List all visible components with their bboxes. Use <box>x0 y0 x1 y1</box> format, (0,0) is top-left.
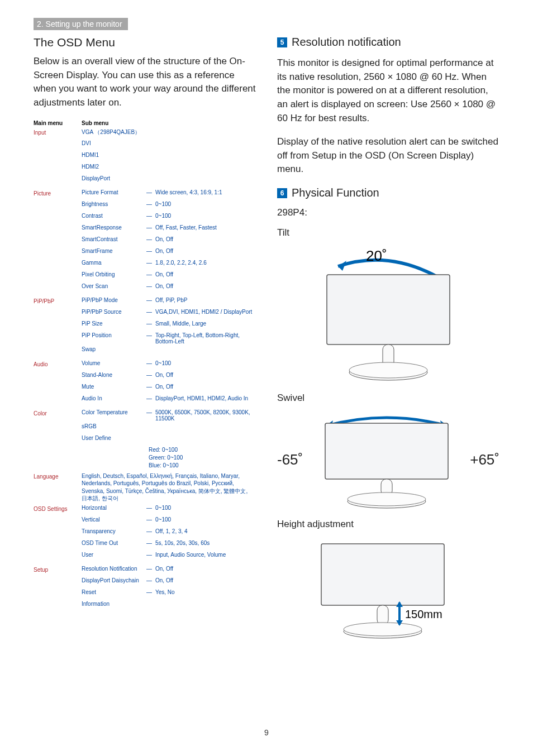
badge-5: 5 <box>277 37 287 47</box>
tree-dash: — <box>143 372 155 378</box>
tree-value: DisplayPort, HDMI1, HDMI2, Audio In <box>155 395 257 401</box>
tree-main-item: PiP/PbP <box>34 298 82 304</box>
tree-dash: — <box>143 309 155 315</box>
sub-menu-header: Sub menu <box>82 120 108 126</box>
tree-sub-item: HDMI2 <box>82 164 143 170</box>
tree-sub-item: Swap <box>82 346 143 352</box>
tree-dash: — <box>143 248 155 254</box>
main-menu-header: Main menu <box>34 120 82 126</box>
tree-sub-item: Transparency <box>82 528 143 534</box>
tree-value: On, Off <box>155 271 257 277</box>
tree-sub-item: DisplayPort Daisychain <box>82 577 143 583</box>
tree-main-item: OSD Settings <box>34 506 82 512</box>
swivel-diagram <box>314 409 459 510</box>
right-column: 5 Resolution notification This monitor i… <box>277 30 499 642</box>
tree-value: VGA,DVI, HDMI1, HDMI2 / DisplayPort <box>155 309 257 315</box>
tree-sub-item: Information <box>82 601 143 607</box>
osd-menu-title: The OSD Menu <box>34 36 257 49</box>
tree-dash: — <box>143 589 155 595</box>
tree-dash: — <box>143 236 155 242</box>
badge-6: 6 <box>277 188 287 198</box>
svg-rect-8 <box>325 423 448 479</box>
tree-sub-item: PiP/PbP Mode <box>82 297 143 303</box>
tree-dash: — <box>143 224 155 231</box>
tree-sub-item: Contrast <box>82 213 143 219</box>
tree-sub-item: Audio In <box>82 395 143 401</box>
tree-sub-item: DisplayPort <box>82 175 143 181</box>
tree-dash: — <box>143 189 155 195</box>
tree-main-item: Input <box>34 130 82 136</box>
tree-value: Off, Fast, Faster, Fastest <box>155 224 257 231</box>
tree-child-value: Blue: 0~100 <box>149 462 179 468</box>
model-name: 298P4: <box>277 207 499 218</box>
tree-dash: — <box>143 516 155 523</box>
tree-sub-item: PiP Position <box>82 332 143 338</box>
tree-sub-item: DVI <box>82 140 143 146</box>
osd-tree: InputVGA （298P4QAJEB）DVIHDMI1HDMI2Displa… <box>34 128 257 613</box>
tree-sub-item: User Define <box>82 435 143 441</box>
swivel-left-label: -65˚ <box>277 451 303 468</box>
tree-value: 0~100 <box>155 505 257 511</box>
tree-dash: — <box>143 566 155 572</box>
running-header: 2. Setting up the monitor <box>34 18 128 30</box>
tree-sub-item: Reset <box>82 589 143 595</box>
section-6-title: Physical Function <box>292 186 379 199</box>
tree-value: 0~100 <box>155 201 257 207</box>
tree-sub-item: Vertical <box>82 516 143 523</box>
tree-value: Small, Middle, Large <box>155 320 257 327</box>
tree-sub-item: Color Temperature <box>82 409 143 415</box>
tree-sub-item: sRGB <box>82 423 143 429</box>
tree-value: Off, 1, 2, 3, 4 <box>155 528 257 534</box>
tree-value: On, Off <box>155 236 257 242</box>
section-5-p2: Display of the native resolution alert c… <box>277 135 499 176</box>
tree-child-value: Red: 0~100 <box>149 447 178 453</box>
tree-sub-item: Picture Format <box>82 189 143 195</box>
tree-value: On, Off <box>155 577 257 583</box>
tree-sub-item: HDMI1 <box>82 152 143 158</box>
tree-sub-item: OSD Time Out <box>82 540 143 546</box>
tree-value: On, Off <box>155 384 257 390</box>
tree-value: On, Off <box>155 248 257 254</box>
tree-sub-item: Volume <box>82 360 143 366</box>
tree-dash: — <box>143 283 155 289</box>
tree-sub-item: PiP/PbP Source <box>82 309 143 315</box>
tree-value: Off, PiP, PbP <box>155 297 257 303</box>
swivel-right-label: +65˚ <box>470 451 499 468</box>
tree-dash: — <box>143 320 155 327</box>
osd-intro: Below is an overall view of the structur… <box>34 55 257 110</box>
tree-sub-item: SmartFrame <box>82 248 143 254</box>
svg-rect-13 <box>377 605 388 625</box>
tree-value: 5s, 10s, 20s, 30s, 60s <box>155 540 257 546</box>
tree-child-value: Green: 0~100 <box>149 454 183 461</box>
tree-language-list: English, Deutsch, Español, Ελληνική, Fra… <box>82 472 257 503</box>
tree-dash: — <box>143 505 155 511</box>
svg-rect-12 <box>321 544 444 605</box>
tree-value: On, Off <box>155 283 257 289</box>
tilt-back-label: 20˚ <box>366 247 387 264</box>
swivel-label: Swivel <box>277 393 499 404</box>
tree-value: On, Off <box>155 566 257 572</box>
tree-value: 0~100 <box>155 360 257 366</box>
height-label: Height adjustment <box>277 519 499 530</box>
page-number: 9 <box>0 728 533 737</box>
tree-sub-item: PiP Size <box>82 320 143 327</box>
tree-dash: — <box>143 271 155 277</box>
section-5-title: Resolution notification <box>292 36 401 49</box>
tree-sub-item: Horizontal <box>82 505 143 511</box>
tree-value: 1.8, 2.0, 2.2, 2.4, 2.6 <box>155 260 257 266</box>
tree-value: Wide screen, 4:3, 16:9, 1:1 <box>155 189 257 195</box>
tree-dash: — <box>143 409 155 415</box>
tree-dash: — <box>143 540 155 546</box>
tree-value: 5000K, 6500K, 7500K, 8200K, 9300K, 11500… <box>155 409 257 422</box>
tree-sub-item: Gamma <box>82 260 143 266</box>
tree-main-item: Setup <box>34 567 82 573</box>
tree-main-item: Audio <box>34 361 82 367</box>
tree-sub-item: Pixel Orbiting <box>82 271 143 277</box>
left-column: The OSD Menu Below is an overall view of… <box>34 30 257 642</box>
tree-sub-item: User <box>82 552 143 558</box>
tree-value: Yes, No <box>155 589 257 595</box>
tree-dash: — <box>143 201 155 207</box>
tree-sub-item: SmartResponse <box>82 224 143 231</box>
tree-dash: — <box>143 360 155 366</box>
tree-dash: — <box>143 297 155 303</box>
